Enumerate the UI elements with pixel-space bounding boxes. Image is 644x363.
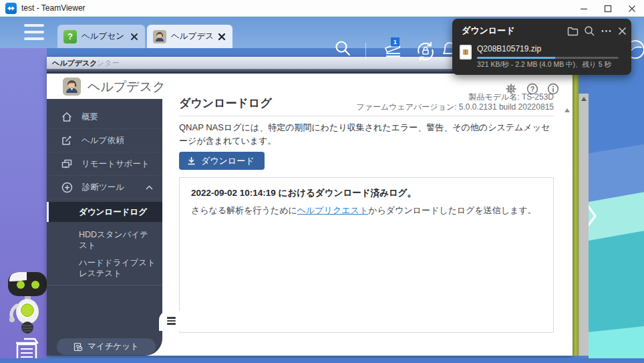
wallpaper-purple-strip xyxy=(0,48,47,358)
download-icon xyxy=(187,156,196,165)
tab-help-desk[interactable]: ヘルプデスク xyxy=(147,25,232,48)
sidebar-subitem-label: ハードドライブストレステスト xyxy=(79,257,156,279)
page-description: QNAP NASログには、特定の期間にわたり収集されたエラー、警告、その他のシス… xyxy=(179,121,554,147)
minimize-button[interactable] xyxy=(572,0,596,17)
close-button[interactable] xyxy=(620,0,644,17)
dashboard-corner-tab[interactable] xyxy=(159,311,186,331)
download-popup: ダウンロード Q208B105719.zip 321 KB/秒 - 2.2 MB… xyxy=(452,19,631,75)
maximize-button[interactable] xyxy=(596,0,620,17)
scroll-up-arrow-icon[interactable] xyxy=(581,97,587,101)
main-panel: 製品モデル名: TS-253D ファームウェアバージョン: 5.0.0.2131… xyxy=(162,99,565,356)
helpdesk-window: ヘルプデスク ンター ヘルプデスク ? xyxy=(47,57,573,356)
tab-label: ヘルプセン... xyxy=(82,31,125,42)
close-tab-icon[interactable] xyxy=(130,32,139,41)
trash-icon[interactable] xyxy=(11,336,43,358)
sidebar-item-label: リモートサポート xyxy=(82,158,150,170)
qts-panel-edge xyxy=(573,57,579,356)
download-file-name[interactable]: Q208B105719.zip xyxy=(477,44,541,53)
session-border-strip xyxy=(0,358,644,363)
sidebar-item-label: 概要 xyxy=(82,112,98,123)
zip-file-icon xyxy=(459,44,472,60)
sidebar-item-label: ヘルプ依頼 xyxy=(82,135,124,146)
content-scroll-up-icon[interactable] xyxy=(565,108,570,112)
toolbar-divider xyxy=(365,43,366,59)
my-tickets-button[interactable]: マイチケット xyxy=(57,338,156,355)
sidebar-item-label: 診断ツール xyxy=(82,182,124,193)
download-button-label: ダウンロード xyxy=(201,155,255,167)
helpdesk-content: ヘルプデスク ? 概要 ヘルプ依頼 xyxy=(47,74,573,356)
sync-lock-icon[interactable] xyxy=(413,39,438,64)
sidebar-subitem-label: HDDスタンバイテスト xyxy=(79,229,156,251)
sidebar: 概要 ヘルプ依頼 リモートサポート 診断ツール ダウンロードログ HDDスタンバ xyxy=(47,99,162,356)
open-folder-icon[interactable] xyxy=(567,25,579,37)
more-options-icon[interactable] xyxy=(601,25,612,37)
compose-icon xyxy=(61,135,72,146)
download-status-text: 321 KB/秒 - 2.2 MB (4.0 MB 中)、残り 5 秒 xyxy=(477,60,611,70)
sidebar-item-diagnostic-tools[interactable]: 診断ツール xyxy=(47,176,162,199)
page-title: ダウンロードログ xyxy=(179,96,272,111)
ticket-icon xyxy=(73,342,83,352)
search-icon[interactable] xyxy=(333,39,352,57)
hamburger-menu-icon[interactable] xyxy=(24,24,44,40)
teamviewer-logo-icon xyxy=(5,3,17,14)
my-tickets-label: マイチケット xyxy=(88,341,139,352)
plus-circle-icon xyxy=(61,182,73,193)
headset-person-icon xyxy=(63,78,81,96)
tab-label: ヘルプデスク xyxy=(171,31,212,42)
outer-scrollbar[interactable] xyxy=(579,94,589,356)
sidebar-item-overview[interactable]: 概要 xyxy=(47,106,162,129)
device-meta: 製品モデル名: TS-253D ファームウェアバージョン: 5.0.0.2131… xyxy=(356,92,554,112)
search-downloads-icon[interactable] xyxy=(584,25,595,37)
help-center-icon: ? xyxy=(63,30,77,43)
notification-badge: 1 xyxy=(391,37,399,46)
firmware-version: ファームウェアバージョン: 5.0.0.2131 build 20220815 xyxy=(356,102,554,112)
download-button[interactable]: ダウンロード xyxy=(179,152,265,170)
log-card-body: さらなる解析を行うためにヘルプリクエストからダウンロードしたログを送信します。 xyxy=(191,205,536,217)
svg-text:?: ? xyxy=(530,86,534,93)
app-title: ヘルプデスク xyxy=(88,78,166,96)
teamviewer-titlebar[interactable]: test - TeamViewer xyxy=(0,0,644,17)
chevron-up-icon xyxy=(146,185,153,190)
download-popup-title: ダウンロード xyxy=(462,25,515,37)
sidebar-divider xyxy=(47,285,162,285)
help-desk-icon xyxy=(153,30,166,43)
window-title: ヘルプデスク xyxy=(52,58,98,68)
close-popup-icon[interactable] xyxy=(617,25,628,37)
sidebar-subitem-hdd-standby-test[interactable]: HDDスタンバイテスト xyxy=(47,226,162,254)
log-card-title: 2022-09-02 10:14:19 におけるダウンロード済みログ。 xyxy=(191,187,416,199)
downloaded-log-card: 2022-09-02 10:14:19 におけるダウンロード済みログ。 さらなる… xyxy=(179,177,554,333)
log-card-text: からダウンロードしたログを送信します。 xyxy=(368,205,536,215)
sidebar-subitem-label: ダウンロードログ xyxy=(79,207,147,217)
robot-mascot xyxy=(7,271,48,334)
window-title-text: test - TeamViewer xyxy=(21,3,86,13)
home-icon xyxy=(61,112,72,122)
background-window-title: ンター xyxy=(97,58,120,68)
help-request-link[interactable]: ヘルプリクエスト xyxy=(297,205,368,215)
product-model: 製品モデル名: TS-253D xyxy=(356,92,554,102)
sidebar-item-help-request[interactable]: ヘルプ依頼 xyxy=(47,129,162,152)
menu-bars-icon xyxy=(167,316,176,326)
monitors-icon xyxy=(61,158,72,169)
close-tab-icon[interactable] xyxy=(217,32,226,41)
helpdesk-avatar xyxy=(63,78,81,96)
log-card-text: さらなる解析を行うために xyxy=(191,205,297,215)
tab-help-center[interactable]: ? ヘルプセン... xyxy=(57,25,145,48)
sidebar-subitem-hdd-stress-test[interactable]: ハードドライブストレステスト xyxy=(47,254,162,282)
download-progress-bar xyxy=(477,57,619,59)
download-progress-fill xyxy=(477,57,555,59)
divider xyxy=(179,116,554,116)
sidebar-item-remote-support[interactable]: リモートサポート xyxy=(47,152,162,176)
sidebar-subitem-download-log[interactable]: ダウンロードログ xyxy=(47,202,162,222)
